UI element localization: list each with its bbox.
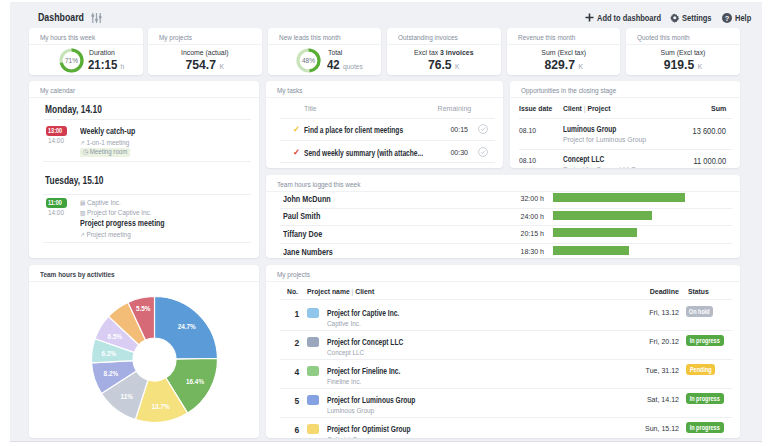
svg-text:?: ? — [725, 13, 730, 22]
svg-text:8.2%: 8.2% — [104, 370, 119, 377]
svg-text:48%: 48% — [301, 57, 314, 64]
svg-text:6.5%: 6.5% — [108, 333, 123, 340]
svg-text:16.4%: 16.4% — [186, 378, 204, 385]
svg-text:11%: 11% — [121, 393, 134, 400]
svg-text:24.7%: 24.7% — [178, 323, 196, 330]
svg-text:13.7%: 13.7% — [152, 403, 170, 410]
svg-text:6.2%: 6.2% — [102, 350, 117, 357]
svg-text:5.5%: 5.5% — [136, 305, 151, 312]
svg-text:71%: 71% — [65, 57, 78, 64]
